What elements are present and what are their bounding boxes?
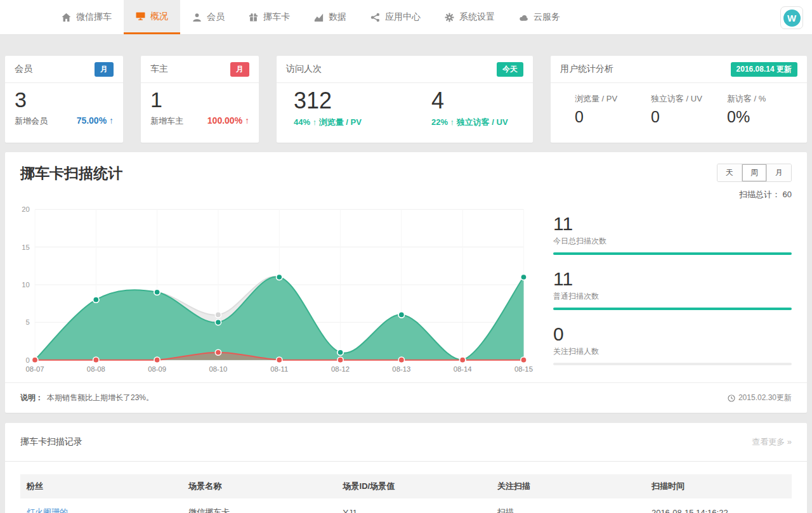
user-stats-updated-badge: 2016.08.14 更新 bbox=[731, 62, 797, 77]
area-chart-icon bbox=[314, 13, 324, 22]
tab-week[interactable]: 周 bbox=[742, 164, 766, 181]
updated-text: 2015.02.30更新 bbox=[738, 393, 792, 403]
svg-text:08-13: 08-13 bbox=[392, 365, 410, 373]
visits-today-badge: 今天 bbox=[497, 62, 523, 77]
svg-text:10: 10 bbox=[22, 281, 30, 289]
nav-item-weixin-nuoche[interactable]: 微信挪车 bbox=[49, 0, 124, 34]
pv-label: 44% ↑ 浏览量 / PV bbox=[294, 117, 362, 128]
stats-uv-label: 独立访客 / UV bbox=[651, 93, 727, 105]
owner-label: 新增车主 bbox=[150, 115, 183, 127]
visits-card-title: 访问人次 bbox=[286, 63, 322, 75]
svg-text:08-11: 08-11 bbox=[270, 365, 288, 373]
svg-text:20: 20 bbox=[22, 205, 30, 213]
progress-fill bbox=[553, 252, 792, 255]
svg-text:5: 5 bbox=[25, 318, 29, 326]
scan-stats-title: 挪车卡扫描统计 bbox=[20, 164, 122, 183]
tab-day[interactable]: 天 bbox=[717, 164, 742, 181]
svg-text:08-10: 08-10 bbox=[209, 365, 227, 373]
svg-text:08-15: 08-15 bbox=[514, 365, 533, 373]
scan-total: 扫描总计： 60 bbox=[717, 189, 792, 200]
svg-text:15: 15 bbox=[22, 244, 30, 251]
col-fan: 粉丝 bbox=[20, 474, 182, 498]
follow-scans-value: 0 bbox=[553, 323, 792, 344]
svg-text:0: 0 bbox=[25, 356, 29, 364]
table-row: 灯火阑珊的 微信挪车卡 YJ1 扫描 2016-08-15 14:16:22 bbox=[20, 498, 792, 513]
progress-track bbox=[553, 363, 792, 365]
fan-link[interactable]: 灯火阑珊的 bbox=[27, 507, 68, 513]
follow-scans-label: 关注扫描人数 bbox=[553, 346, 792, 357]
user-avatar[interactable]: W bbox=[780, 6, 803, 29]
normal-scans: 11 普通扫描次数 bbox=[553, 268, 792, 310]
normal-scans-value: 11 bbox=[553, 268, 792, 289]
col-follow-scan: 关注扫描 bbox=[491, 474, 645, 498]
visits-card: 访问人次 今天 312 44% ↑ 浏览量 / PV 4 22% ↑ 独立访客 … bbox=[277, 56, 533, 143]
nav-item-label: 挪车卡 bbox=[263, 11, 290, 23]
today-total-scans: 11 今日总扫描次数 bbox=[553, 213, 792, 255]
nav-item-system-settings[interactable]: 系统设置 bbox=[433, 0, 507, 34]
cloud-icon bbox=[519, 13, 528, 22]
svg-text:08-14: 08-14 bbox=[454, 365, 472, 373]
user-icon bbox=[192, 13, 202, 22]
clock-icon bbox=[728, 394, 735, 402]
member-percent: 75.00% ↑ bbox=[77, 115, 114, 126]
stats-uv-metric: 独立访客 / UV 0 bbox=[651, 93, 727, 126]
stats-uv-value: 0 bbox=[651, 108, 727, 126]
gift-icon bbox=[249, 13, 258, 22]
member-card-title: 会员 bbox=[15, 63, 32, 75]
progress-track bbox=[553, 252, 792, 255]
range-tab-group: 天 周 月 bbox=[717, 164, 792, 182]
uv-metric: 4 22% ↑ 独立访客 / UV bbox=[431, 87, 508, 128]
nav-item-overview[interactable]: 概况 bbox=[124, 0, 180, 34]
nav-item-label: 概况 bbox=[150, 11, 168, 22]
nav-items: 微信挪车 概况 会员 挪车卡 数据 应用中心 系统设置 云服务 bbox=[0, 0, 812, 34]
records-header-row: 粉丝 场景名称 场景ID/场景值 关注扫描 扫描时间 bbox=[20, 474, 792, 498]
nav-item-label: 云服务 bbox=[534, 11, 560, 23]
progress-track bbox=[553, 308, 792, 310]
follow-scans: 0 关注扫描人数 bbox=[553, 323, 792, 365]
owner-period-badge: 月 bbox=[230, 62, 249, 77]
svg-text:08-09: 08-09 bbox=[148, 365, 166, 373]
page-content: 会员 月 3 新增会员 75.00% ↑ 车主 月 1 新增车主 100.00% bbox=[0, 35, 812, 513]
nav-item-member[interactable]: 会员 bbox=[180, 0, 237, 34]
nav-item-label: 数据 bbox=[329, 11, 346, 23]
scan-chart: 0510152008-0708-0808-0908-1008-1108-1208… bbox=[13, 203, 535, 375]
note-text: 本期销售额比上期增长了23%。 bbox=[47, 393, 154, 402]
member-label: 新增会员 bbox=[15, 115, 48, 127]
navbar: 微信挪车 概况 会员 挪车卡 数据 应用中心 系统设置 云服务 bbox=[0, 0, 812, 35]
member-count: 3 bbox=[15, 87, 114, 113]
scan-total-value: 60 bbox=[783, 190, 792, 199]
note-label: 说明： bbox=[20, 393, 43, 402]
view-more-link[interactable]: 查看更多 » bbox=[752, 436, 792, 448]
nav-item-data[interactable]: 数据 bbox=[302, 0, 358, 34]
scene-id-cell: YJ1 bbox=[337, 498, 491, 513]
scan-total-label: 扫描总计： bbox=[739, 190, 780, 199]
tab-month[interactable]: 月 bbox=[766, 164, 791, 181]
share-nodes-icon bbox=[370, 13, 380, 22]
member-period-badge: 月 bbox=[95, 62, 114, 77]
stats-new-visitor-metric: 新访客 / % 0% bbox=[727, 93, 803, 126]
svg-text:08-08: 08-08 bbox=[87, 365, 105, 373]
nav-item-cloud-service[interactable]: 云服务 bbox=[507, 0, 572, 34]
nav-item-label: 应用中心 bbox=[385, 11, 421, 23]
uv-value: 4 bbox=[431, 87, 508, 114]
avatar-letter: W bbox=[783, 10, 801, 27]
col-scene-id: 场景ID/场景值 bbox=[337, 474, 491, 498]
stats-new-visitor-label: 新访客 / % bbox=[727, 93, 803, 105]
nav-item-nuocheka[interactable]: 挪车卡 bbox=[237, 0, 302, 34]
owner-card-title: 车主 bbox=[150, 63, 168, 75]
owner-percent: 100.00% ↑ bbox=[207, 115, 249, 126]
col-scene-name: 场景名称 bbox=[182, 474, 336, 498]
scan-side-stats: 11 今日总扫描次数 11 普通扫描次数 0 关注扫描人数 bbox=[535, 203, 792, 379]
scan-records-card: 挪车卡扫描记录 查看更多 » 粉丝 场景名称 场景ID/场景值 关注扫描 扫描时… bbox=[5, 423, 807, 513]
nav-item-label: 系统设置 bbox=[459, 11, 495, 23]
stat-cards-row: 会员 月 3 新增会员 75.00% ↑ 车主 月 1 新增车主 100.00% bbox=[5, 35, 807, 143]
scan-time-cell: 2016-08-15 14:16:22 bbox=[645, 498, 792, 513]
monitor-icon bbox=[136, 11, 145, 21]
records-title: 挪车卡扫描记录 bbox=[20, 436, 82, 448]
today-total-scans-label: 今日总扫描次数 bbox=[553, 236, 792, 247]
nav-item-app-center[interactable]: 应用中心 bbox=[358, 0, 433, 34]
pv-value: 312 bbox=[294, 87, 362, 114]
stats-new-visitor-value: 0% bbox=[727, 108, 803, 126]
stats-pv-metric: 浏览量 / PV 0 bbox=[575, 93, 651, 126]
scan-stats-card: 挪车卡扫描统计 天 周 月 扫描总计： 60 0510152008-0708-0… bbox=[5, 152, 807, 413]
